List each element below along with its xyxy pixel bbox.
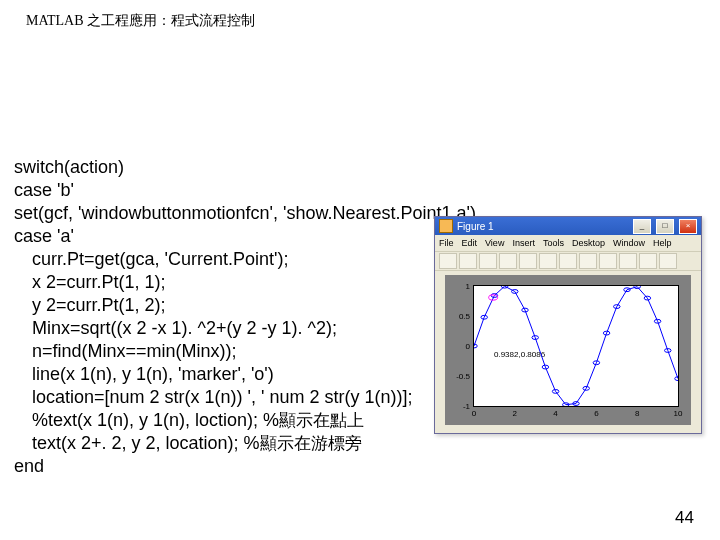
ytick: 0.5	[452, 312, 470, 321]
slide-header: MATLAB 之工程應用：程式流程控制	[26, 12, 255, 30]
code-line: y 2=curr.Pt(1, 2);	[14, 294, 476, 317]
figure-title: Figure 1	[457, 221, 494, 232]
toolbar-button[interactable]	[519, 253, 537, 269]
menu-tools[interactable]: Tools	[543, 238, 564, 248]
xtick: 0	[472, 409, 476, 418]
toolbar-button[interactable]	[499, 253, 517, 269]
toolbar-button[interactable]	[479, 253, 497, 269]
toolbar-button[interactable]	[459, 253, 477, 269]
code-line: x 2=curr.Pt(1, 1);	[14, 271, 476, 294]
xtick: 6	[594, 409, 598, 418]
code-line: curr.Pt=get(gca, 'Current.Point');	[14, 248, 476, 271]
close-button[interactable]: ×	[679, 219, 697, 234]
matlab-icon	[439, 219, 453, 233]
xtick: 8	[635, 409, 639, 418]
code-line: Minx=sqrt((x 2 -x 1). ^2+(y 2 -y 1). ^2)…	[14, 317, 476, 340]
figure-titlebar[interactable]: Figure 1 _ □ ×	[435, 217, 701, 235]
code-comment-cjk: 顯示在點上	[279, 411, 364, 430]
code-line: end	[14, 455, 476, 478]
menu-help[interactable]: Help	[653, 238, 672, 248]
code-line: case 'a'	[14, 225, 476, 248]
menu-window[interactable]: Window	[613, 238, 645, 248]
toolbar-button[interactable]	[659, 253, 677, 269]
matlab-figure-window: Figure 1 _ □ × File Edit View Insert Too…	[434, 216, 702, 434]
menu-edit[interactable]: Edit	[462, 238, 478, 248]
page-number: 44	[675, 508, 694, 528]
figure-menubar[interactable]: File Edit View Insert Tools Desktop Wind…	[435, 235, 701, 252]
code-comment-cjk: 顯示在游標旁	[260, 434, 362, 453]
chart-svg	[474, 286, 678, 406]
ytick: 1	[452, 282, 470, 291]
maximize-button[interactable]: □	[656, 219, 674, 234]
toolbar-button[interactable]	[439, 253, 457, 269]
code-line: line(x 1(n), y 1(n), 'marker', 'o')	[14, 363, 476, 386]
axes[interactable]: 1 0.5 0 -0.5 -1 0 2 4 6 8 10 0.9382,0.80…	[473, 285, 679, 407]
code-line: n=find(Minx==min(Minx));	[14, 340, 476, 363]
toolbar-button[interactable]	[599, 253, 617, 269]
menu-file[interactable]: File	[439, 238, 454, 248]
code-fragment: text(x 2+. 2, y 2, location); %	[32, 433, 260, 453]
xtick: 10	[674, 409, 683, 418]
figure-toolbar[interactable]	[435, 252, 701, 271]
toolbar-button[interactable]	[579, 253, 597, 269]
xtick: 2	[513, 409, 517, 418]
menu-insert[interactable]: Insert	[512, 238, 535, 248]
menu-desktop[interactable]: Desktop	[572, 238, 605, 248]
ytick: 0	[452, 342, 470, 351]
code-fragment: %text(x 1(n), y 1(n), loction); %	[32, 410, 279, 430]
plot-area: 1 0.5 0 -0.5 -1 0 2 4 6 8 10 0.9382,0.80…	[445, 275, 691, 425]
code-line: set(gcf, 'windowbuttonmotionfcn', 'show.…	[14, 202, 476, 225]
toolbar-button[interactable]	[619, 253, 637, 269]
code-line: text(x 2+. 2, y 2, location); %顯示在游標旁	[14, 432, 476, 455]
xtick: 4	[553, 409, 557, 418]
code-line: %text(x 1(n), y 1(n), loction); %顯示在點上	[14, 409, 476, 432]
toolbar-button[interactable]	[639, 253, 657, 269]
slide-title: MATLAB 之工程應用：程式流程控制	[26, 13, 255, 28]
code-line: location=[num 2 str(x 1(n)) ', ' num 2 s…	[14, 386, 476, 409]
toolbar-button[interactable]	[559, 253, 577, 269]
toolbar-button[interactable]	[539, 253, 557, 269]
ytick: -1	[452, 402, 470, 411]
code-line: switch(action)	[14, 156, 476, 179]
ytick: -0.5	[452, 372, 470, 381]
menu-view[interactable]: View	[485, 238, 504, 248]
slide: MATLAB 之工程應用：程式流程控制 switch(action) case …	[0, 0, 720, 540]
minimize-button[interactable]: _	[633, 219, 651, 234]
code-block: switch(action) case 'b' set(gcf, 'window…	[14, 156, 476, 478]
code-line: case 'b'	[14, 179, 476, 202]
